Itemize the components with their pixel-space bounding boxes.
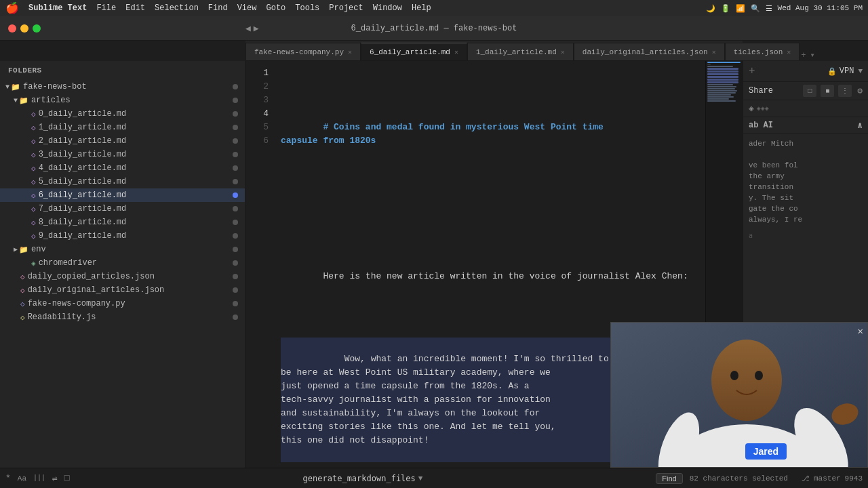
menu-item-goto[interactable]: Goto	[266, 3, 285, 13]
file-js-icon: ◇	[20, 313, 25, 322]
icon-button-3[interactable]: ⋮	[838, 85, 852, 97]
tab-close-icon[interactable]: ✕	[561, 48, 565, 56]
menu-item-view[interactable]: View	[237, 3, 257, 13]
sidebar-item-2-daily[interactable]: ◇ 2_daily_article.md	[0, 134, 245, 148]
folder-caret-icon: ▼	[14, 97, 18, 104]
icon-button-2[interactable]: ■	[821, 85, 834, 97]
line-number: 1	[245, 66, 269, 80]
tab-daily-original-articles[interactable]: daily_original_articles.json ✕	[574, 43, 725, 60]
tab-close-icon[interactable]: ✕	[454, 48, 458, 56]
sidebar-header: FOLDERS	[0, 61, 245, 80]
sidebar-item-label: 3_daily_article.md	[39, 150, 233, 159]
sidebar-item-label: daily_copied_articles.json	[28, 272, 233, 281]
minimap-line	[707, 66, 733, 67]
chevron-down-icon[interactable]: ▼	[858, 67, 863, 75]
video-feed	[611, 323, 867, 467]
menu-item-sublime[interactable]: Sublime Text	[28, 3, 87, 13]
tab-label: fake-news-company.py	[254, 48, 344, 56]
tab-close-icon[interactable]: ✕	[712, 48, 716, 56]
sidebar-dot	[233, 84, 238, 89]
video-call-overlay: ✕	[610, 322, 868, 468]
sidebar-item-9-daily[interactable]: ◇ 9_daily_article.md	[0, 229, 245, 243]
menu-item-edit[interactable]: Edit	[125, 3, 145, 13]
tab-ticles[interactable]: ticles.json ✕	[725, 43, 800, 60]
sidebar-item-chromedriver[interactable]: ◈ chromedriver	[0, 256, 245, 270]
find-button[interactable]: Find	[656, 473, 682, 484]
ai-code-text: a	[749, 230, 863, 241]
sidebar-item-fake-news-bot[interactable]: ▼ 📁 fake-news-bot	[0, 80, 245, 94]
sidebar-dot	[233, 287, 238, 293]
status-bar: * Aa ||| ⇌ □ generate_markdown_files ▼ F…	[0, 468, 868, 488]
status-right-items: Find 82 characters selected	[656, 473, 788, 484]
font-size-indicator[interactable]: Aa	[18, 474, 26, 483]
control-center-icon[interactable]: ☰	[766, 4, 772, 13]
tab-add-button[interactable]: +	[800, 51, 807, 60]
spacing-icon[interactable]: |||	[33, 474, 45, 482]
tab-list-button[interactable]: ▾	[809, 50, 816, 60]
tab-bar: fake-news-company.py ✕ 6_daily_article.m…	[245, 41, 743, 61]
sidebar-item-4-daily[interactable]: ◇ 4_daily_article.md	[0, 161, 245, 175]
indent-icon[interactable]: ⇌	[52, 473, 58, 484]
nav-next-icon[interactable]: ▶	[254, 23, 259, 34]
video-close-button[interactable]: ✕	[858, 325, 863, 337]
close-window-button[interactable]	[8, 24, 16, 33]
tab-nav-arrows[interactable]: ◀ ▶	[245, 23, 259, 34]
menu-item-window[interactable]: Window	[373, 3, 402, 13]
sidebar-dot	[233, 152, 238, 157]
svg-point-6	[711, 340, 782, 421]
sidebar-item-7-daily[interactable]: ◇ 7_daily_article.md	[0, 202, 245, 216]
sidebar-item-env[interactable]: ▶ 📁 env	[0, 243, 245, 256]
tab-close-icon[interactable]: ✕	[348, 48, 352, 56]
sidebar-item-label: 6_daily_article.md	[39, 190, 233, 200]
file-md-icon: ◇	[31, 191, 36, 200]
sidebar-dot-active	[233, 192, 238, 198]
file-json-icon: ◇	[20, 272, 25, 281]
menu-item-file[interactable]: File	[96, 3, 116, 13]
minimize-window-button[interactable]	[20, 24, 28, 33]
minimap-line	[707, 90, 737, 92]
file-md-icon: ◇	[31, 123, 36, 132]
sidebar-item-5-daily[interactable]: ◇ 5_daily_article.md	[0, 175, 245, 188]
menu-item-selection[interactable]: Selection	[155, 3, 199, 13]
spotlight-icon[interactable]: 🔍	[751, 4, 760, 13]
sidebar-item-daily-original[interactable]: ◇ daily_original_articles.json	[0, 283, 245, 297]
sidebar-item-0-daily[interactable]: ◇ 0_daily_article.md	[0, 107, 245, 121]
tab-close-icon[interactable]: ✕	[787, 48, 791, 56]
sidebar-dot	[233, 233, 238, 239]
sidebar-item-daily-copied[interactable]: ◇ daily_copied_articles.json	[0, 270, 245, 283]
window-controls[interactable]	[8, 24, 41, 33]
folder-icon: 📁	[11, 83, 20, 92]
menu-item-tools[interactable]: Tools	[295, 3, 319, 13]
nav-prev-icon[interactable]: ◀	[245, 23, 251, 34]
tab-1-daily-article[interactable]: 1_daily_article.md ✕	[467, 43, 574, 60]
sidebar-item-articles[interactable]: ▼ 📁 articles	[0, 94, 245, 107]
icon-button-1[interactable]: □	[803, 85, 816, 97]
tab-fake-news-company[interactable]: fake-news-company.py ✕	[245, 43, 361, 60]
menu-item-find[interactable]: Find	[208, 3, 228, 13]
menu-item-project[interactable]: Project	[329, 3, 363, 13]
minimap-line	[707, 86, 736, 87]
plus-icon[interactable]: +	[749, 65, 755, 77]
sidebar-item-label: Readability.js	[28, 312, 233, 322]
tab-6-daily-article[interactable]: 6_daily_article.md ✕	[361, 43, 467, 60]
file-icon: ◈	[31, 259, 36, 268]
sidebar-item-fake-news-py[interactable]: ◇ fake-news-company.py	[0, 297, 245, 310]
menu-item-help[interactable]: Help	[412, 3, 431, 13]
maximize-window-button[interactable]	[33, 24, 41, 33]
wifi-icon: 📶	[736, 4, 745, 13]
sidebar-item-3-daily[interactable]: ◇ 3_daily_article.md	[0, 148, 245, 161]
settings-icon[interactable]: *	[5, 473, 11, 483]
vpn-indicator[interactable]: 🔒 VPN	[827, 66, 854, 76]
ai-expand-icon[interactable]: ∧	[857, 120, 863, 131]
settings-icon[interactable]: ⚙	[857, 85, 863, 96]
layout-icon[interactable]: □	[64, 473, 70, 483]
minimap-line	[707, 92, 736, 94]
sidebar-item-6-daily[interactable]: ◇ 6_daily_article.md	[0, 188, 245, 202]
command-dropdown-icon[interactable]: ▼	[418, 474, 423, 483]
minimap-line	[707, 64, 711, 65]
sidebar-item-readability-js[interactable]: ◇ Readability.js	[0, 310, 245, 324]
sidebar-item-8-daily[interactable]: ◇ 8_daily_article.md	[0, 216, 245, 229]
sidebar-item-1-daily[interactable]: ◇ 1_daily_article.md	[0, 121, 245, 134]
minimap-line	[707, 81, 738, 83]
minimap-line	[707, 98, 729, 100]
